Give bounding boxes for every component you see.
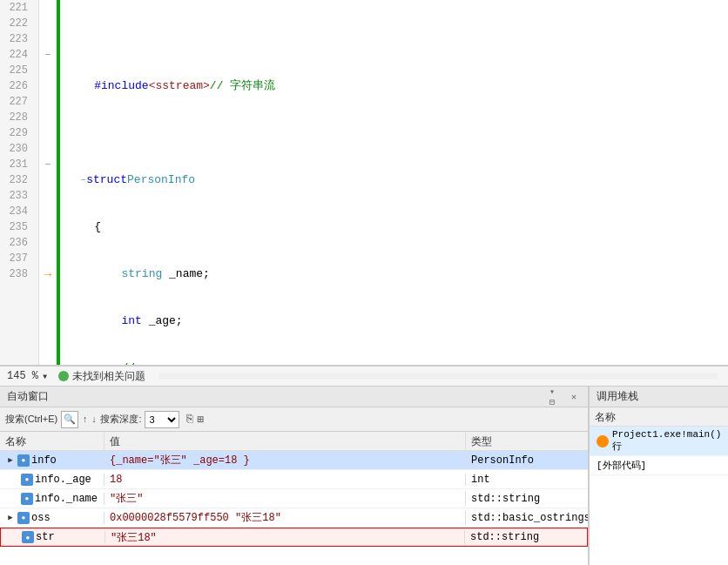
extra-btn-1[interactable]: ⎘ <box>186 413 193 426</box>
var-icon-name: ● <box>21 493 33 505</box>
call-stack-panel: 调用堆栈 名称 Project1.exe!main() 行 [外部代码] <box>589 387 728 565</box>
watch-search-bar: 搜索(Ctrl+E) 🔍 ↑ ↓ 搜索深度: 3 1 2 4 5 ⎘ ⊞ <box>0 407 588 432</box>
watch-table[interactable]: 名称 值 类型 ▶ ● info {_name="张三" _age=18 } P… <box>0 432 588 565</box>
call-stack-col-header: 名称 <box>590 407 621 426</box>
ide-window: 221 222 223 224 225 226 227 228 229 230 … <box>0 0 728 565</box>
var-icon-age: ● <box>21 474 33 486</box>
search-button[interactable]: 🔍 <box>61 411 78 428</box>
line-numbers: 221 222 223 224 225 226 227 228 229 230 … <box>0 0 39 365</box>
horizontal-scrollbar[interactable] <box>159 373 718 380</box>
col-value-header: 值 <box>104 432 466 450</box>
watch-row-oss[interactable]: ▶ ● oss 0x0000028f5579ff550 "张三18" std::… <box>0 508 588 528</box>
call-stack-item-main[interactable]: Project1.exe!main() 行 <box>590 427 728 456</box>
status-bar: 145 % ▾ 未找到相关问题 <box>0 366 728 387</box>
pin-button[interactable]: ▾ ⊟ <box>549 390 563 404</box>
call-stack-header: 名称 <box>590 407 728 427</box>
call-stack-label-main: Project1.exe!main() 行 <box>612 429 721 453</box>
zoom-control[interactable]: 145 % ▾ <box>7 370 48 383</box>
auto-window-titlebar: 自动窗口 ▾ ⊟ ✕ <box>0 387 588 407</box>
watch-row-info-name[interactable]: ● info._name "张三" std::string <box>0 489 588 508</box>
code-text[interactable]: #include <sstream> // 字符串流 − struct Pers… <box>60 0 728 365</box>
active-frame-icon <box>597 435 609 447</box>
code-editor[interactable]: 221 222 223 224 225 226 227 228 229 230 … <box>0 0 728 366</box>
var-icon-str: ● <box>22 531 34 543</box>
col-name-header: 名称 <box>0 432 104 450</box>
auto-window-panel: 自动窗口 ▾ ⊟ ✕ 搜索(Ctrl+E) 🔍 ↑ ↓ 搜索深度: 3 1 2 … <box>0 387 589 565</box>
call-stack-titlebar: 调用堆栈 <box>590 387 728 407</box>
depth-label: 搜索深度: <box>100 413 141 426</box>
call-stack-list: Project1.exe!main() 行 [外部代码] <box>590 427 728 565</box>
call-stack-item-external[interactable]: [外部代码] <box>590 456 728 475</box>
expand-info[interactable]: ▶ <box>5 455 16 466</box>
watch-table-header: 名称 值 类型 <box>0 432 588 451</box>
status-warning: 未找到相关问题 <box>58 369 145 384</box>
warning-icon <box>58 371 69 381</box>
depth-select[interactable]: 3 1 2 4 5 <box>145 411 179 428</box>
call-stack-label-external: [外部代码] <box>597 459 646 472</box>
col-type-header: 类型 <box>466 432 588 450</box>
watch-row-info[interactable]: ▶ ● info {_name="张三" _age=18 } PersonInf… <box>0 451 588 470</box>
expand-oss[interactable]: ▶ <box>5 513 16 523</box>
search-label: 搜索(Ctrl+E) <box>5 413 57 426</box>
var-icon-oss: ● <box>17 512 30 524</box>
extra-btn-2[interactable]: ⊞ <box>197 413 204 427</box>
watch-row-info-age[interactable]: ● info._age 18 int <box>0 470 588 489</box>
zoom-level: 145 % <box>7 370 38 382</box>
close-panel-button[interactable]: ✕ <box>567 390 581 404</box>
var-icon-info: ● <box>17 454 30 467</box>
bottom-panels: 自动窗口 ▾ ⊟ ✕ 搜索(Ctrl+E) 🔍 ↑ ↓ 搜索深度: 3 1 2 … <box>0 387 728 565</box>
code-gutter: − − → <box>39 0 57 365</box>
warning-text: 未找到相关问题 <box>72 369 145 384</box>
watch-row-str[interactable]: ● str "张三18" std::string <box>0 528 588 547</box>
auto-window-title: 自动窗口 <box>7 389 49 404</box>
call-stack-title: 调用堆栈 <box>597 389 638 404</box>
